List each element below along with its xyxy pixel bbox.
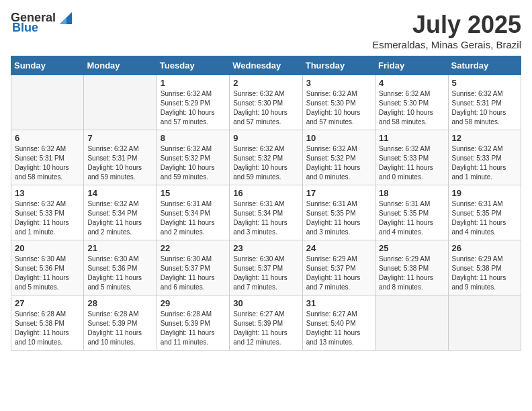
day-info: Sunrise: 6:31 AM Sunset: 5:35 PM Dayligh… <box>379 199 444 237</box>
day-cell: 9Sunrise: 6:32 AM Sunset: 5:32 PM Daylig… <box>230 130 302 185</box>
day-number: 25 <box>379 243 444 253</box>
day-cell: 5Sunrise: 6:32 AM Sunset: 5:31 PM Daylig… <box>448 75 521 130</box>
header-thursday: Thursday <box>302 56 375 75</box>
day-cell: 21Sunrise: 6:30 AM Sunset: 5:36 PM Dayli… <box>84 240 157 295</box>
day-number: 27 <box>15 298 80 308</box>
day-cell: 28Sunrise: 6:28 AM Sunset: 5:39 PM Dayli… <box>84 295 157 351</box>
day-info: Sunrise: 6:29 AM Sunset: 5:38 PM Dayligh… <box>452 255 517 292</box>
day-number: 21 <box>87 243 152 253</box>
day-number: 5 <box>452 78 517 88</box>
day-info: Sunrise: 6:32 AM Sunset: 5:29 PM Dayligh… <box>161 89 226 127</box>
day-number: 24 <box>306 243 371 253</box>
day-cell: 18Sunrise: 6:31 AM Sunset: 5:35 PM Dayli… <box>375 185 448 240</box>
day-info: Sunrise: 6:31 AM Sunset: 5:35 PM Dayligh… <box>306 199 371 237</box>
day-info: Sunrise: 6:32 AM Sunset: 5:30 PM Dayligh… <box>379 89 444 127</box>
header-sunday: Sunday <box>11 56 84 75</box>
day-cell: 8Sunrise: 6:32 AM Sunset: 5:32 PM Daylig… <box>157 130 229 185</box>
day-number: 22 <box>161 243 226 253</box>
day-number: 19 <box>452 188 517 198</box>
day-info: Sunrise: 6:32 AM Sunset: 5:30 PM Dayligh… <box>233 89 298 127</box>
day-number: 7 <box>87 133 152 143</box>
location-subtitle: Esmeraldas, Minas Gerais, Brazil <box>372 39 521 50</box>
day-cell: 26Sunrise: 6:29 AM Sunset: 5:38 PM Dayli… <box>448 240 521 295</box>
day-number: 17 <box>306 188 371 198</box>
day-cell: 19Sunrise: 6:31 AM Sunset: 5:35 PM Dayli… <box>448 185 521 240</box>
day-number: 2 <box>233 78 298 88</box>
day-number: 12 <box>452 133 517 143</box>
day-cell: 1Sunrise: 6:32 AM Sunset: 5:29 PM Daylig… <box>157 75 229 130</box>
day-cell: 20Sunrise: 6:30 AM Sunset: 5:36 PM Dayli… <box>11 240 84 295</box>
day-number: 14 <box>87 188 152 198</box>
day-cell: 16Sunrise: 6:31 AM Sunset: 5:34 PM Dayli… <box>230 185 302 240</box>
day-cell: 31Sunrise: 6:27 AM Sunset: 5:40 PM Dayli… <box>302 295 375 351</box>
week-row-5: 27Sunrise: 6:28 AM Sunset: 5:38 PM Dayli… <box>11 295 521 351</box>
day-cell: 15Sunrise: 6:31 AM Sunset: 5:34 PM Dayli… <box>157 185 229 240</box>
day-cell: 24Sunrise: 6:29 AM Sunset: 5:37 PM Dayli… <box>302 240 375 295</box>
day-number: 15 <box>161 188 226 198</box>
day-info: Sunrise: 6:27 AM Sunset: 5:39 PM Dayligh… <box>233 310 298 347</box>
header-tuesday: Tuesday <box>157 56 229 75</box>
day-number: 18 <box>379 188 444 198</box>
day-cell: 12Sunrise: 6:32 AM Sunset: 5:33 PM Dayli… <box>448 130 521 185</box>
day-number: 26 <box>452 243 517 253</box>
day-cell <box>448 295 521 351</box>
day-info: Sunrise: 6:32 AM Sunset: 5:33 PM Dayligh… <box>452 144 517 182</box>
day-cell: 23Sunrise: 6:30 AM Sunset: 5:37 PM Dayli… <box>230 240 302 295</box>
day-number: 16 <box>233 188 298 198</box>
day-info: Sunrise: 6:30 AM Sunset: 5:37 PM Dayligh… <box>233 255 298 292</box>
day-cell: 6Sunrise: 6:32 AM Sunset: 5:31 PM Daylig… <box>11 130 84 185</box>
day-info: Sunrise: 6:30 AM Sunset: 5:37 PM Dayligh… <box>161 255 226 292</box>
page-header: General Blue July 2025 Esmeraldas, Minas… <box>11 11 521 50</box>
day-cell: 29Sunrise: 6:28 AM Sunset: 5:39 PM Dayli… <box>157 295 229 351</box>
day-info: Sunrise: 6:32 AM Sunset: 5:33 PM Dayligh… <box>379 144 444 182</box>
day-cell: 17Sunrise: 6:31 AM Sunset: 5:35 PM Dayli… <box>302 185 375 240</box>
day-number: 3 <box>306 78 371 88</box>
day-cell <box>375 295 448 351</box>
day-info: Sunrise: 6:32 AM Sunset: 5:31 PM Dayligh… <box>15 144 80 182</box>
day-info: Sunrise: 6:32 AM Sunset: 5:32 PM Dayligh… <box>161 144 226 182</box>
day-number: 9 <box>233 133 298 143</box>
day-info: Sunrise: 6:32 AM Sunset: 5:33 PM Dayligh… <box>15 199 80 237</box>
header-wednesday: Wednesday <box>230 56 302 75</box>
day-number: 10 <box>306 133 371 143</box>
week-row-4: 20Sunrise: 6:30 AM Sunset: 5:36 PM Dayli… <box>11 240 521 295</box>
day-cell: 13Sunrise: 6:32 AM Sunset: 5:33 PM Dayli… <box>11 185 84 240</box>
day-cell: 25Sunrise: 6:29 AM Sunset: 5:38 PM Dayli… <box>375 240 448 295</box>
day-cell: 7Sunrise: 6:32 AM Sunset: 5:31 PM Daylig… <box>84 130 157 185</box>
day-number: 29 <box>161 298 226 308</box>
day-cell: 3Sunrise: 6:32 AM Sunset: 5:30 PM Daylig… <box>302 75 375 130</box>
header-friday: Friday <box>375 56 448 75</box>
day-info: Sunrise: 6:28 AM Sunset: 5:38 PM Dayligh… <box>15 310 80 347</box>
day-number: 31 <box>306 298 371 308</box>
logo-icon <box>57 12 72 24</box>
day-info: Sunrise: 6:28 AM Sunset: 5:39 PM Dayligh… <box>87 310 152 347</box>
title-area: July 2025 Esmeraldas, Minas Gerais, Braz… <box>372 11 521 50</box>
header-monday: Monday <box>84 56 157 75</box>
day-number: 23 <box>233 243 298 253</box>
day-cell: 30Sunrise: 6:27 AM Sunset: 5:39 PM Dayli… <box>230 295 302 351</box>
svg-marker-1 <box>60 17 66 24</box>
day-info: Sunrise: 6:29 AM Sunset: 5:38 PM Dayligh… <box>379 255 444 292</box>
day-info: Sunrise: 6:31 AM Sunset: 5:34 PM Dayligh… <box>233 199 298 237</box>
week-row-1: 1Sunrise: 6:32 AM Sunset: 5:29 PM Daylig… <box>11 75 521 130</box>
day-number: 13 <box>15 188 80 198</box>
day-cell: 11Sunrise: 6:32 AM Sunset: 5:33 PM Dayli… <box>375 130 448 185</box>
day-info: Sunrise: 6:32 AM Sunset: 5:32 PM Dayligh… <box>306 144 371 182</box>
day-number: 1 <box>161 78 226 88</box>
day-number: 4 <box>379 78 444 88</box>
day-cell <box>11 75 84 130</box>
day-info: Sunrise: 6:32 AM Sunset: 5:34 PM Dayligh… <box>87 199 152 237</box>
day-number: 8 <box>161 133 226 143</box>
day-cell: 4Sunrise: 6:32 AM Sunset: 5:30 PM Daylig… <box>375 75 448 130</box>
day-cell: 27Sunrise: 6:28 AM Sunset: 5:38 PM Dayli… <box>11 295 84 351</box>
day-info: Sunrise: 6:31 AM Sunset: 5:34 PM Dayligh… <box>161 199 226 237</box>
day-info: Sunrise: 6:32 AM Sunset: 5:30 PM Dayligh… <box>306 89 371 127</box>
day-info: Sunrise: 6:27 AM Sunset: 5:40 PM Dayligh… <box>306 310 371 347</box>
week-row-2: 6Sunrise: 6:32 AM Sunset: 5:31 PM Daylig… <box>11 130 521 185</box>
day-number: 6 <box>15 133 80 143</box>
calendar-header-row: SundayMondayTuesdayWednesdayThursdayFrid… <box>11 56 521 75</box>
day-number: 20 <box>15 243 80 253</box>
day-info: Sunrise: 6:29 AM Sunset: 5:37 PM Dayligh… <box>306 255 371 292</box>
day-info: Sunrise: 6:28 AM Sunset: 5:39 PM Dayligh… <box>161 310 226 347</box>
day-info: Sunrise: 6:30 AM Sunset: 5:36 PM Dayligh… <box>87 255 152 292</box>
